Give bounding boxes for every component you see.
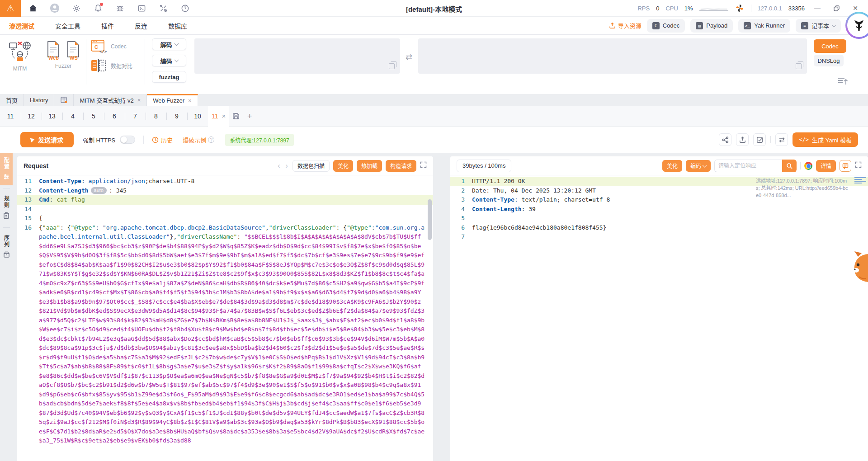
listen-address: 127.0.0.1 [758,5,782,12]
beautify-button[interactable]: 美化 [333,160,353,172]
force-https-toggle[interactable] [120,136,135,144]
response-comment-icon[interactable] [840,160,851,172]
code-segment: "@type" [347,224,372,231]
clock-icon [152,136,159,143]
copy-icon[interactable] [389,63,395,69]
edit-note-icon[interactable] [753,133,766,146]
bug-icon[interactable] [115,3,125,13]
menu-item-1[interactable]: 安全工具 [55,21,80,30]
fuzzer-tab-11[interactable]: 11 [0,106,21,127]
fuzzer-tab-12[interactable]: 12 [21,106,42,127]
encode-dropdown[interactable]: 编码 [152,55,186,66]
packet-scan-button[interactable]: 数据包扫描 [292,160,330,172]
share-icon[interactable] [719,133,731,146]
editor-minimap[interactable] [854,177,866,204]
export-icon[interactable] [736,133,749,146]
header-button-payload[interactable]: ▤Payload [690,19,733,33]
save-tab-icon[interactable] [229,106,243,127]
fuzzer-tab-9[interactable]: 9 [166,106,187,127]
tab-history-table[interactable] [54,94,74,106]
tab-MITM 交互式劫持 v2[interactable]: MITM 交互式劫持 v2× [74,94,147,106]
button-glyph-icon: C [652,22,660,29]
header-button-codec[interactable]: CCodec [647,19,685,33]
side-tab-序列[interactable]: 序列 [0,230,13,263]
decode-dropdown[interactable]: 解码 [152,38,186,50]
help-icon[interactable] [180,3,190,13]
codec-side-tab[interactable]: Codec [814,39,846,53]
fullscreen-icon[interactable] [420,161,427,170]
send-request-button[interactable]: 发送请求 [20,132,74,147]
side-tab-规则[interactable]: 规则 [0,191,13,225]
help-circle-icon[interactable]: ? [208,136,214,143]
tab-close-icon[interactable]: × [188,97,192,104]
request-editor[interactable]: 11Content-Type: application/json;charset… [17,175,433,461]
tab-Web Fuzzer[interactable]: Web Fuzzer× [147,94,198,106]
side-tab-配置[interactable]: 配置 [0,153,13,185]
window-restore-button[interactable] [830,3,843,14]
import-resource-link[interactable]: 导入资源 [609,21,642,30]
construct-request-button[interactable]: 构造请求 [386,160,416,172]
tools-icon[interactable] [158,3,168,13]
avatar[interactable] [50,3,60,13]
menu-item-3[interactable]: 反连 [135,21,147,30]
response-editor[interactable]: 1HTTP/1.1 200 OK2Date: Thu, 04 Dec 2025 … [450,175,868,461]
app-logo-warning-icon[interactable]: ⚠ [0,0,21,17]
add-tab-icon[interactable]: + [243,106,256,127]
tab-History[interactable]: History [24,94,54,106]
switch-view-icon[interactable] [775,133,788,146]
titlebar-icon-group [28,3,190,13]
open-in-chrome-icon[interactable] [804,162,812,170]
codec-output-textarea[interactable] [418,38,807,74]
fuzzer-tab-8[interactable]: 8 [146,106,166,127]
quick-data-compare[interactable]: 数据对比 [90,58,132,73]
fuzzer-tab-10[interactable]: 10 [187,106,208,127]
history-link[interactable]: 历史 [152,136,173,144]
response-search-input[interactable] [714,160,782,172]
hot-reload-button[interactable]: 热加载 [357,160,382,172]
tab-close-icon[interactable]: × [222,112,226,120]
collapse-list-icon[interactable] [837,76,849,86]
home-icon[interactable] [28,3,38,13]
fuzzer-tab-5[interactable]: 5 [83,106,104,127]
prev-arrow-icon[interactable]: ‹ [277,162,281,170]
menu-item-2[interactable]: 插件 [101,21,114,30]
tab-首页[interactable]: 首页 [0,94,24,106]
dnslog-side-tab[interactable]: DNSLog [814,55,844,66]
request-scrollbar[interactable] [428,199,432,240]
header-button-记事本[interactable]: ≡记事本 [796,19,841,33]
quick-mitm[interactable]: MITM [4,40,36,72]
tab-close-icon[interactable]: × [137,97,141,103]
settings-gear-icon[interactable] [71,3,81,13]
fuzzer-tab-7[interactable]: 7 [125,106,146,127]
window-minimize-button[interactable]: — [811,3,824,14]
mitm-label: MITM [4,66,36,72]
response-detail-button[interactable]: 详情 [816,160,836,172]
force-https-label: 强制 HTTPS [83,136,115,144]
copy-icon[interactable] [796,63,802,69]
fuzzer-tab-6[interactable]: 6 [104,106,125,127]
menu-item-0[interactable]: 渗透测试 [9,21,34,30]
swap-arrows-icon[interactable]: ⇄ [406,52,412,62]
codec-input-textarea[interactable] [194,38,400,74]
response-beautify-button[interactable]: 美化 [662,160,682,172]
fuzzer-tab-active-11[interactable]: 11× [208,106,229,127]
fuzzer-tab-13[interactable]: 13 [42,106,62,127]
terminal-icon[interactable] [137,3,146,13]
quick-codec[interactable]: C </> Codec [90,39,127,54]
fuzzer-tab-4[interactable]: 4 [62,106,83,127]
fuzztag-button[interactable]: fuzztag [152,71,186,83]
code-segment: cat flag [57,196,85,203]
quick-fuzzer[interactable]: Web WS Fuzzer [45,40,81,69]
response-encode-dropdown[interactable]: 编码 [686,160,711,172]
rps-value: 0 [656,5,659,12]
divider [86,39,86,85]
notification-bell-icon[interactable] [93,3,103,13]
next-arrow-icon[interactable]: › [285,162,289,170]
decode-label: 解码 [160,40,172,49]
header-button-yak-runner[interactable]: >_Yak Runner [738,19,790,33]
menu-item-4[interactable]: 数据库 [168,21,187,30]
generate-yaml-button[interactable]: </> 生成 Yaml 模板 [793,132,858,147]
search-button[interactable] [782,160,797,172]
blast-example-link[interactable]: 爆破示例 [183,136,206,144]
fullscreen-icon[interactable] [855,161,862,170]
